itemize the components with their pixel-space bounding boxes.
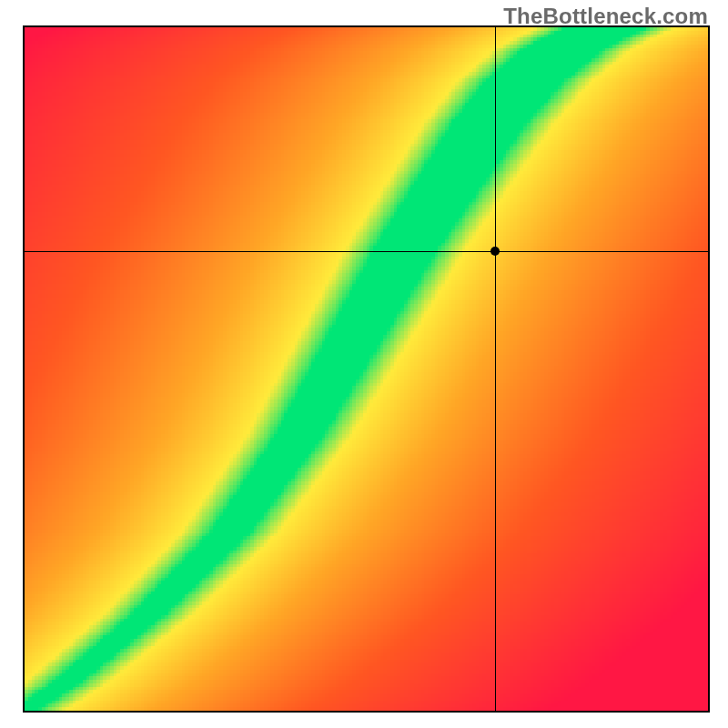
figure: TheBottleneck.com	[0, 0, 728, 728]
heatmap-canvas	[25, 27, 708, 711]
plot-area	[23, 25, 710, 713]
